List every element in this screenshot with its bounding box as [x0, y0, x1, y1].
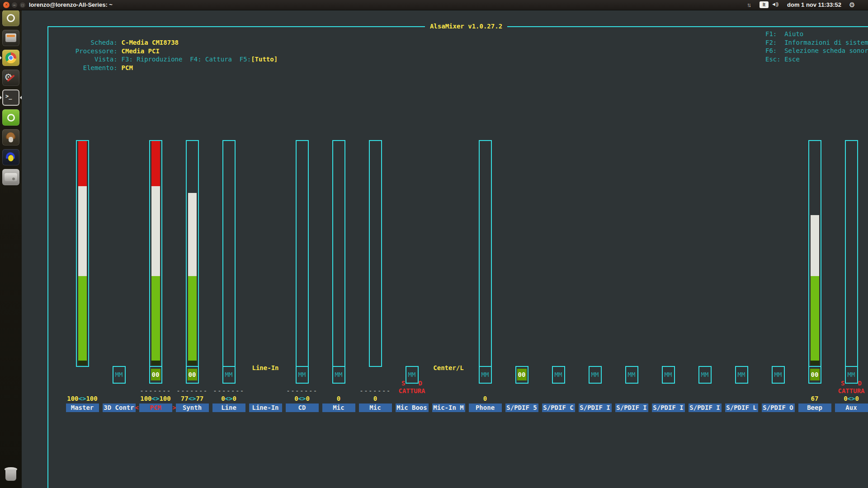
channel-label[interactable]: S/PDIF I	[652, 404, 685, 412]
switch-box[interactable]: MM	[589, 366, 602, 384]
launcher-item-disk-utility[interactable]	[2, 169, 19, 185]
channel-label[interactable]: Mic Boos	[396, 404, 429, 412]
channel-label[interactable]: Aux	[835, 404, 868, 412]
launcher-item-dash-home[interactable]	[2, 10, 19, 26]
channel-label[interactable]: Mic	[322, 404, 355, 412]
channel-label[interactable]: Phone	[469, 404, 502, 412]
channel-label[interactable]: Mic	[359, 404, 392, 412]
launcher-item-chromium[interactable]	[2, 50, 19, 66]
volume-bar[interactable]	[369, 140, 382, 367]
channel-label[interactable]: S/PDIF I	[579, 404, 612, 412]
channel-mic-in-m-10[interactable]: Center/LMic-In M	[430, 10, 467, 488]
launcher-item-audacity[interactable]	[2, 149, 19, 165]
switch-box[interactable]: MM	[479, 366, 492, 384]
minimize-icon[interactable]: −	[11, 2, 18, 8]
channel-s-pdif-i-15[interactable]: MMS/PDIF I	[613, 10, 650, 488]
volume-bar[interactable]	[222, 140, 236, 366]
channel-line-in-5[interactable]: Line-InLine-In	[247, 10, 284, 488]
channel-value: 0<>0	[284, 395, 321, 402]
channel-pcm-2[interactable]: 00-------100<>100PCM<>	[137, 10, 174, 488]
speaker-icon[interactable]: ◄))	[771, 1, 778, 11]
channel-label[interactable]: 3D Contr	[103, 404, 136, 412]
channel-mic-boos-9[interactable]: MMSDCATTURAMic Boos	[394, 10, 430, 488]
volume-bar[interactable]	[332, 140, 345, 366]
software-center-icon	[2, 109, 19, 126]
channel-cd-6[interactable]: MM-------0<>0CD	[284, 10, 321, 488]
channel-line-4[interactable]: MM-------0<>0Line	[211, 10, 247, 488]
terminal-window[interactable]: AlsaMixer v1.0.27.2 Scheda:C-Media CMI87…	[22, 10, 868, 488]
volume-bar[interactable]	[479, 140, 492, 366]
switch-box[interactable]: MM	[552, 366, 565, 384]
switch-box[interactable]: MM	[222, 366, 236, 384]
channel-s-pdif-i-14[interactable]: MMS/PDIF I	[577, 10, 613, 488]
launcher-item-amule[interactable]	[2, 129, 19, 145]
network-arrows-icon[interactable]: ↑↓	[747, 1, 750, 11]
channel-label[interactable]: Beep	[798, 404, 831, 412]
volume-bar[interactable]	[296, 140, 309, 366]
channel-label[interactable]: Synth	[176, 404, 209, 412]
capture-label: CATTURA	[394, 387, 430, 394]
channel-label[interactable]: Master	[66, 404, 99, 412]
channel-beep-20[interactable]: 0067Beep	[797, 10, 833, 488]
channel-label[interactable]: Line	[212, 404, 245, 412]
channel-phone-11[interactable]: MM0Phone	[467, 10, 504, 488]
switch-mute-value: MM	[626, 367, 637, 383]
launcher-item-trash[interactable]	[2, 465, 19, 483]
switch-box[interactable]: 00	[186, 366, 199, 384]
switch-box[interactable]: MM	[296, 366, 309, 384]
switch-box[interactable]: 00	[149, 366, 162, 384]
bar-segment-dark	[188, 361, 197, 365]
channel-label[interactable]: S/PDIF I	[689, 404, 722, 412]
switch-box[interactable]: MM	[406, 366, 419, 384]
channel-label[interactable]: S/PDIF O	[762, 404, 795, 412]
channel-synth-3[interactable]: 00-------77<>77Synth	[174, 10, 211, 488]
channel-s-pdif-l-18[interactable]: MMS/PDIF L	[723, 10, 760, 488]
channel-label[interactable]: S/PDIF L	[725, 404, 758, 412]
chromium-icon	[2, 50, 19, 66]
switch-box[interactable]: 00	[808, 366, 821, 384]
switch-box[interactable]: MM	[698, 366, 712, 384]
channel-s-pdif-i-16[interactable]: MMS/PDIF I	[650, 10, 687, 488]
close-icon[interactable]: ×	[3, 2, 9, 8]
system-settings-icon	[2, 70, 19, 86]
channel-label[interactable]: Mic-In M	[432, 404, 465, 412]
maximize-icon[interactable]: □	[19, 2, 26, 8]
channel-label[interactable]: PCM	[139, 404, 172, 412]
channel-label[interactable]: CD	[286, 404, 319, 412]
switch-box[interactable]: 00	[515, 366, 528, 384]
switch-box[interactable]: MM	[332, 366, 345, 384]
channel-label[interactable]: S/PDIF C	[542, 404, 575, 412]
switch-box[interactable]: MM	[113, 366, 126, 384]
launcher-item-terminal[interactable]	[2, 89, 19, 106]
launcher-item-software-center[interactable]	[2, 109, 19, 126]
channel-s-pdif-5-12[interactable]: 00S/PDIF 5	[504, 10, 540, 488]
channel-mic-8[interactable]: -------0Mic	[357, 10, 394, 488]
switch-box[interactable]: MM	[772, 366, 785, 384]
volume-bar[interactable]	[845, 140, 858, 366]
launcher-item-file-manager[interactable]	[2, 30, 19, 46]
switch-box[interactable]: MM	[735, 366, 748, 384]
channel-3d-contr-1[interactable]: MM3D Contr	[101, 10, 137, 488]
channel-s-pdif-i-17[interactable]: MMS/PDIF I	[687, 10, 723, 488]
dash-home-icon	[2, 10, 19, 26]
capture-left-flag: S	[834, 380, 845, 387]
bar-segment-red	[78, 141, 87, 186]
session-gear-icon[interactable]: ⚙	[849, 1, 855, 11]
switch-box[interactable]: MM	[625, 366, 638, 384]
switch-mute-value: MM	[480, 367, 491, 383]
channel-master-0[interactable]: 100<>100Master	[64, 10, 101, 488]
channel-s-pdif-c-13[interactable]: MMS/PDIF C	[540, 10, 577, 488]
channel-aux-21[interactable]: MMSDCATTURA0<>0Aux	[833, 10, 868, 488]
launcher-item-system-settings[interactable]	[2, 70, 19, 86]
channel-mic-7[interactable]: MM0Mic	[321, 10, 357, 488]
switch-box[interactable]: MM	[845, 366, 858, 384]
clock[interactable]: dom 1 nov 11:33:52	[787, 1, 841, 11]
channel-value: 100<>100	[137, 395, 174, 402]
bar-segment-white	[151, 186, 160, 276]
keyboard-layout-indicator[interactable]: It	[760, 1, 769, 8]
channel-label[interactable]: S/PDIF I	[615, 404, 648, 412]
switch-box[interactable]: MM	[662, 366, 675, 384]
channel-label[interactable]: Line-In	[249, 404, 282, 412]
channel-label[interactable]: S/PDIF 5	[505, 404, 538, 412]
channel-s-pdif-o-19[interactable]: MMS/PDIF O	[760, 10, 797, 488]
